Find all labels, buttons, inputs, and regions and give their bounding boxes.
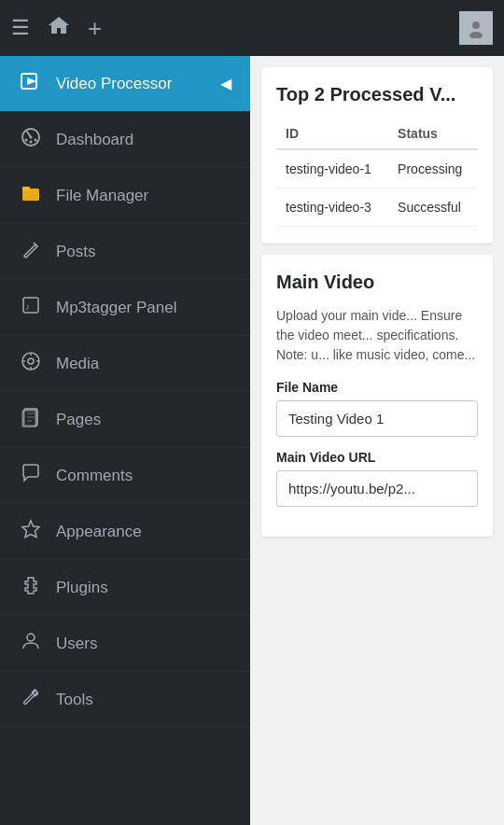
svg-point-9: [35, 139, 37, 142]
svg-point-7: [25, 139, 28, 142]
svg-marker-4: [27, 77, 36, 85]
sidebar: Video Processor ◀ Dashboard: [0, 56, 250, 825]
content-area: Top 2 Processed V... ID Status testing-v…: [250, 56, 504, 825]
main-layout: Video Processor ◀ Dashboard: [0, 56, 504, 825]
sidebar-item-users[interactable]: Users: [0, 616, 250, 672]
sidebar-item-tools[interactable]: Tools: [0, 672, 250, 728]
sidebar-item-dashboard[interactable]: Dashboard: [0, 112, 250, 168]
pages-icon: [19, 407, 43, 432]
posts-icon: [19, 239, 43, 264]
tools-icon: [19, 687, 43, 712]
sidebar-item-posts[interactable]: Posts: [0, 224, 250, 280]
main-video-card: Main Video Upload your main vide... Ensu…: [261, 255, 493, 537]
svg-text:♪: ♪: [25, 301, 30, 312]
comments-icon: [19, 463, 43, 488]
main-video-url-input[interactable]: [276, 470, 478, 507]
top-bar: ☰ +: [0, 0, 504, 56]
table-row: testing-video-1Processing: [276, 149, 478, 189]
svg-point-6: [30, 136, 33, 139]
main-video-desc: Upload your main vide... Ensure the vide…: [276, 306, 478, 365]
table-header-status: Status: [388, 119, 478, 149]
video-processor-icon: [19, 71, 43, 96]
add-icon[interactable]: +: [88, 14, 102, 43]
svg-point-26: [27, 634, 35, 641]
main-video-url-label: Main Video URL: [276, 450, 478, 465]
users-icon: [19, 631, 43, 656]
sidebar-item-label-plugins: Plugins: [56, 579, 108, 597]
svg-rect-11: [22, 187, 30, 190]
svg-point-15: [28, 358, 34, 364]
mp3tagger-icon: ♪: [19, 295, 43, 320]
main-video-title: Main Video: [276, 272, 478, 293]
sidebar-item-label-media: Media: [56, 355, 99, 373]
sidebar-item-media[interactable]: Media: [0, 336, 250, 392]
sidebar-item-comments[interactable]: Comments: [0, 448, 250, 504]
table-cell-id: testing-video-1: [276, 149, 388, 189]
sidebar-item-label-comments: Comments: [56, 467, 133, 485]
home-icon[interactable]: [47, 14, 71, 42]
sidebar-item-label-pages: Pages: [56, 411, 101, 429]
dashboard-icon: [19, 127, 43, 152]
plugins-icon: [19, 575, 43, 600]
sidebar-item-label-file-manager: File Manager: [56, 187, 148, 205]
media-icon: [19, 351, 43, 376]
sidebar-item-label-dashboard: Dashboard: [56, 131, 133, 149]
processed-videos-table: ID Status testing-video-1Processingtesti…: [276, 119, 478, 227]
file-name-label: File Name: [276, 380, 478, 395]
sidebar-item-label-video-processor: Video Processor: [56, 75, 172, 93]
file-manager-icon: [19, 183, 43, 208]
svg-rect-24: [22, 411, 35, 427]
file-name-input[interactable]: [276, 400, 478, 437]
sidebar-item-label-tools: Tools: [56, 691, 93, 709]
sidebar-item-mp3tagger[interactable]: ♪ Mp3tagger Panel: [0, 280, 250, 336]
table-cell-status: Processing: [388, 149, 478, 189]
sidebar-item-label-appearance: Appearance: [56, 523, 142, 541]
avatar[interactable]: [459, 11, 493, 45]
table-cell-id: testing-video-3: [276, 189, 388, 227]
table-row: testing-video-3Successful: [276, 189, 478, 227]
sidebar-arrow-icon: ◀: [220, 75, 231, 92]
appearance-icon: [19, 519, 43, 544]
processed-videos-card: Top 2 Processed V... ID Status testing-v…: [261, 67, 493, 244]
svg-point-1: [472, 21, 480, 29]
menu-icon[interactable]: ☰: [11, 16, 30, 40]
sidebar-item-pages[interactable]: Pages: [0, 392, 250, 448]
sidebar-item-appearance[interactable]: Appearance: [0, 504, 250, 560]
table-cell-status: Successful: [388, 189, 478, 227]
sidebar-item-label-posts: Posts: [56, 243, 96, 261]
sidebar-item-file-manager[interactable]: File Manager: [0, 168, 250, 224]
sidebar-item-plugins[interactable]: Plugins: [0, 560, 250, 616]
sidebar-item-label-users: Users: [56, 635, 97, 653]
sidebar-item-video-processor[interactable]: Video Processor ◀: [0, 56, 250, 112]
sidebar-item-label-mp3tagger: Mp3tagger Panel: [56, 299, 176, 317]
processed-videos-title: Top 2 Processed V...: [276, 84, 478, 105]
table-header-id: ID: [276, 119, 388, 149]
svg-point-8: [30, 141, 33, 144]
